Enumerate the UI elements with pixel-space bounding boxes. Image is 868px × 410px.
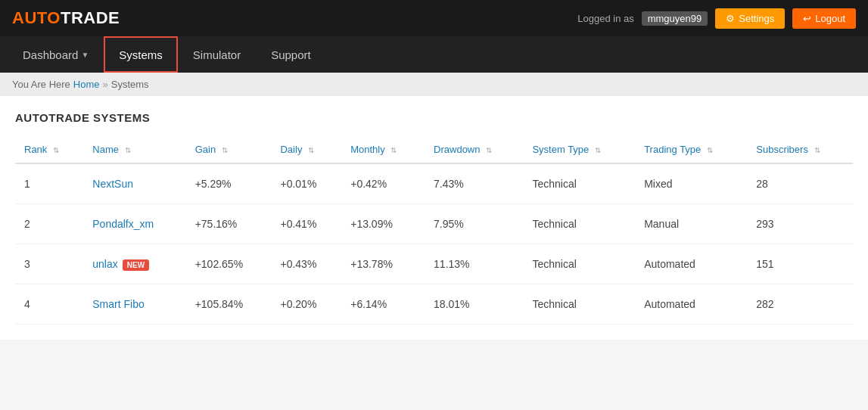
table-header-row: Rank ⇅ Name ⇅ Gain ⇅ Daily ⇅ Monthly ⇅ D…	[15, 136, 853, 163]
breadcrumb-separator: »	[103, 79, 108, 90]
systems-table: Rank ⇅ Name ⇅ Gain ⇅ Daily ⇅ Monthly ⇅ D…	[15, 136, 853, 325]
cell-rank: 2	[15, 204, 83, 244]
sort-icon-daily: ⇅	[308, 146, 314, 154]
system-link[interactable]: Pondalfx_xm	[92, 218, 154, 230]
col-header-drawdown[interactable]: Drawdown ⇅	[425, 136, 523, 163]
cell-gain: +5.29%	[186, 163, 272, 204]
cell-drawdown: 18.01%	[425, 284, 523, 325]
cell-trading-type: Mixed	[635, 163, 747, 204]
sort-icon-monthly: ⇅	[390, 146, 397, 154]
cell-monthly: +13.78%	[341, 244, 425, 284]
breadcrumb-current: Systems	[111, 79, 149, 90]
header: AUTOTRADE Logged in as mmguyen99 ⚙ Setti…	[0, 0, 868, 36]
system-link[interactable]: unlax	[92, 258, 117, 270]
cell-daily: +0.43%	[271, 244, 341, 284]
cell-drawdown: 11.13%	[425, 244, 523, 284]
cell-gain: +102.65%	[186, 244, 272, 284]
cell-daily: +0.20%	[271, 284, 341, 325]
sort-icon-drawdown: ⇅	[486, 146, 492, 154]
table-row: 4Smart Fibo+105.84%+0.20%+6.14%18.01%Tec…	[15, 284, 853, 325]
col-header-trading-type[interactable]: Trading Type ⇅	[635, 136, 747, 163]
cell-monthly: +6.14%	[341, 284, 425, 325]
breadcrumb: You Are Here Home » Systems	[0, 73, 868, 96]
cell-system-type: Technical	[523, 244, 635, 284]
sort-icon-name: ⇅	[125, 146, 131, 154]
logout-label: Logout	[815, 13, 845, 24]
nav-label-support: Support	[271, 48, 311, 61]
col-header-subscribers[interactable]: Subscribers ⇅	[747, 136, 853, 163]
cell-trading-type: Automated	[635, 244, 747, 284]
cell-subscribers: 293	[747, 204, 853, 244]
cell-gain: +105.84%	[186, 284, 272, 325]
nav-item-systems[interactable]: Systems	[104, 36, 178, 73]
nav-label-simulator: Simulator	[193, 48, 241, 61]
logged-in-label: Logged in as	[577, 13, 633, 24]
system-link[interactable]: Smart Fibo	[92, 298, 144, 310]
nav-label-dashboard: Dashboard	[23, 48, 78, 61]
cell-name[interactable]: NextSun	[83, 163, 185, 204]
col-header-daily[interactable]: Daily ⇅	[271, 136, 341, 163]
cell-trading-type: Manual	[635, 204, 747, 244]
username-badge: mmguyen99	[642, 11, 708, 26]
logo: AUTOTRADE	[12, 8, 120, 28]
main-nav: Dashboard ▼ Systems Simulator Support	[0, 36, 868, 73]
table-row: 1NextSun+5.29%+0.01%+0.42%7.43%Technical…	[15, 163, 853, 204]
system-link[interactable]: NextSun	[92, 178, 133, 190]
sort-icon-rank: ⇅	[53, 146, 59, 154]
cell-rank: 1	[15, 163, 83, 204]
breadcrumb-home[interactable]: Home	[73, 79, 100, 90]
cell-system-type: Technical	[523, 284, 635, 325]
cell-monthly: +0.42%	[341, 163, 425, 204]
sort-icon-system-type: ⇅	[595, 146, 601, 154]
logout-icon: ↩	[803, 13, 811, 24]
nav-item-dashboard[interactable]: Dashboard ▼	[8, 36, 104, 73]
nav-label-systems: Systems	[119, 48, 163, 61]
sort-icon-trading-type: ⇅	[707, 146, 713, 154]
settings-button[interactable]: ⚙ Settings	[715, 8, 785, 29]
col-header-gain[interactable]: Gain ⇅	[186, 136, 272, 163]
cell-subscribers: 28	[747, 163, 853, 204]
cell-name[interactable]: Pondalfx_xm	[83, 204, 185, 244]
cell-daily: +0.01%	[271, 163, 341, 204]
cell-monthly: +13.09%	[341, 204, 425, 244]
cell-name[interactable]: unlaxNEW	[83, 244, 185, 284]
sort-icon-gain: ⇅	[222, 146, 228, 154]
new-badge: NEW	[123, 259, 149, 271]
cell-daily: +0.41%	[271, 204, 341, 244]
col-header-system-type[interactable]: System Type ⇅	[523, 136, 635, 163]
settings-icon: ⚙	[726, 13, 735, 24]
chevron-down-icon: ▼	[81, 51, 89, 59]
sort-icon-subscribers: ⇅	[814, 146, 820, 154]
nav-item-support[interactable]: Support	[256, 36, 326, 73]
col-header-name[interactable]: Name ⇅	[83, 136, 185, 163]
logo-auto: AUTO	[12, 8, 61, 28]
main-content: AUTOTRADE SYSTEMS Rank ⇅ Name ⇅ Gain ⇅ D…	[0, 96, 868, 340]
cell-system-type: Technical	[523, 163, 635, 204]
col-header-monthly[interactable]: Monthly ⇅	[341, 136, 425, 163]
col-header-rank[interactable]: Rank ⇅	[15, 136, 83, 163]
cell-subscribers: 151	[747, 244, 853, 284]
cell-name[interactable]: Smart Fibo	[83, 284, 185, 325]
cell-drawdown: 7.95%	[425, 204, 523, 244]
nav-item-simulator[interactable]: Simulator	[178, 36, 256, 73]
table-row: 2Pondalfx_xm+75.16%+0.41%+13.09%7.95%Tec…	[15, 204, 853, 244]
logout-button[interactable]: ↩ Logout	[792, 8, 856, 29]
logo-trade: TRADE	[61, 8, 120, 28]
cell-subscribers: 282	[747, 284, 853, 325]
settings-label: Settings	[739, 13, 774, 24]
cell-gain: +75.16%	[186, 204, 272, 244]
cell-drawdown: 7.43%	[425, 163, 523, 204]
cell-system-type: Technical	[523, 204, 635, 244]
section-title: AUTOTRADE SYSTEMS	[15, 111, 853, 124]
table-row: 3unlaxNEW+102.65%+0.43%+13.78%11.13%Tech…	[15, 244, 853, 284]
cell-trading-type: Automated	[635, 284, 747, 325]
header-right: Logged in as mmguyen99 ⚙ Settings ↩ Logo…	[577, 8, 856, 29]
cell-rank: 4	[15, 284, 83, 325]
cell-rank: 3	[15, 244, 83, 284]
breadcrumb-prefix: You Are Here	[12, 79, 70, 90]
